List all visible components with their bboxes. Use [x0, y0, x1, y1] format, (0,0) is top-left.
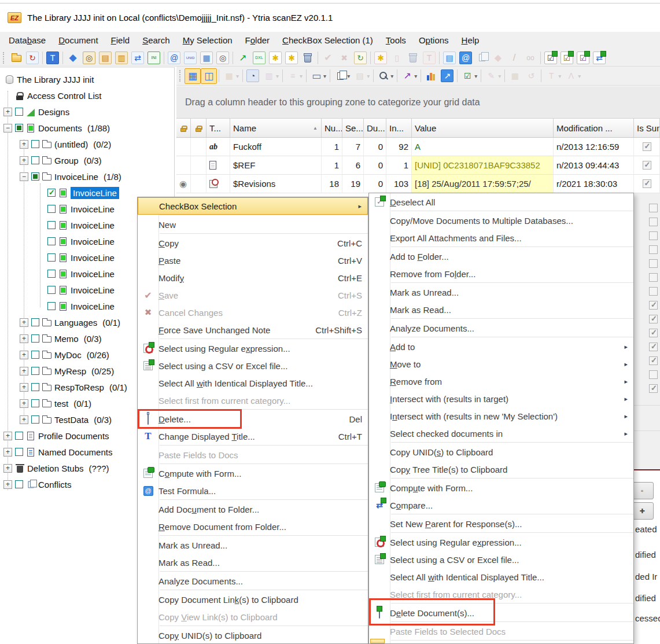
- menu-item-copy-unid-s-to-clipboard[interactable]: Copy UNID(s) to Clipboard: [138, 627, 368, 644]
- menu-item-compute-with-form[interactable]: Compute with Form...: [369, 479, 633, 496]
- menu-item-paste-fields-to-selected-docs[interactable]: Paste Fields to Selected Docs: [369, 623, 633, 640]
- tree-item-designs[interactable]: +Designs: [0, 104, 174, 120]
- clean-broom-button[interactable]: /: [506, 50, 522, 65]
- tree-checkbox-empty[interactable]: [47, 302, 56, 310]
- menu-item-select-all-with-identical-displayed-title[interactable]: Select All with Identical Displayed Titl…: [138, 374, 368, 392]
- column-header-se[interactable]: Se...: [342, 119, 364, 137]
- menu-item-paste-fields-to-docs[interactable]: Paste Fields to Docs: [138, 446, 368, 463]
- menu-item-change-displayed-title[interactable]: TChange Displayed Title...Ctrl+T: [138, 428, 368, 445]
- dropdown-arrow-icon[interactable]: ▾: [474, 73, 477, 79]
- values-window-button[interactable]: ▦: [198, 50, 215, 65]
- expand-icon[interactable]: +: [3, 448, 12, 457]
- dropdown-arrow-icon[interactable]: ▾: [276, 73, 279, 79]
- dropdown-arrow-icon[interactable]: ▾: [498, 73, 501, 79]
- tree-checkbox-empty[interactable]: [47, 253, 56, 262]
- tree-item-invoiceline[interactable]: −InvoiceLine(1/8): [0, 168, 174, 185]
- checkbox-grid-button[interactable]: ☑▾: [459, 68, 479, 84]
- menu-document[interactable]: Document: [52, 32, 104, 49]
- tree-checkbox-filled[interactable]: [31, 172, 39, 181]
- tree-checkbox-empty[interactable]: [31, 351, 39, 359]
- column-header-nu[interactable]: Nu...: [322, 119, 342, 137]
- toolbar-grip[interactable]: [3, 52, 6, 64]
- tree-checkbox-empty[interactable]: [31, 156, 39, 164]
- expand-icon[interactable]: +: [20, 156, 28, 165]
- tree-checkbox-empty[interactable]: [47, 237, 56, 245]
- menu-item-mark-as-read[interactable]: Mark as Read...: [369, 301, 633, 318]
- menu-item-delete[interactable]: Delete...Del: [138, 410, 368, 428]
- menu-help[interactable]: Help: [455, 32, 486, 49]
- film-undo-button[interactable]: ↺: [523, 68, 539, 84]
- expand-icon[interactable]: +: [3, 432, 12, 440]
- checkbox-selection-button[interactable]: ☑: [543, 50, 559, 65]
- diamond-2-button[interactable]: ◆: [490, 50, 506, 65]
- menu-item-select-all-with-identical-displayed-title[interactable]: Select All with Identical Displayed Titl…: [369, 568, 633, 586]
- film-strip-button[interactable]: ▦: [507, 68, 523, 84]
- export-grid-button[interactable]: ↗▾: [399, 68, 419, 84]
- collapse-icon[interactable]: −: [20, 172, 28, 181]
- menu-checkbox-selection-1[interactable]: CheckBox Selection (1): [276, 32, 379, 49]
- export-button[interactable]: ↗: [235, 50, 251, 65]
- refresh-button[interactable]: ↻: [24, 50, 40, 65]
- document-links-button[interactable]: [474, 50, 490, 65]
- menu-item-select-first-from-current-category[interactable]: Select first from current category...: [138, 392, 368, 409]
- menu-item-remove-from-folder[interactable]: Remove from Folder...: [369, 265, 633, 282]
- expand-icon[interactable]: +: [20, 351, 28, 359]
- dropdown-arrow-icon[interactable]: ▾: [414, 73, 417, 79]
- menu-database[interactable]: Database: [2, 32, 52, 49]
- menu-folder[interactable]: Folder: [239, 32, 276, 49]
- menu-item-analyze-documents[interactable]: Analyze Documents...: [369, 319, 633, 337]
- is-summary-checkbox[interactable]: [643, 179, 651, 188]
- chart-bars-button[interactable]: [423, 68, 439, 84]
- side-button-2[interactable]: ✚: [630, 502, 654, 520]
- field-list-checkbox[interactable]: [649, 356, 658, 365]
- menu-item-modify[interactable]: ModifyCtrl+E: [138, 269, 368, 286]
- menu-field[interactable]: Field: [105, 32, 137, 49]
- copy-note-button[interactable]: ▯: [389, 50, 405, 65]
- database-transfer-button[interactable]: ⇄: [130, 50, 146, 65]
- compute-with-form-button[interactable]: ▤: [441, 50, 458, 65]
- toolbar-grip[interactable]: [179, 70, 182, 82]
- field-list-checkbox[interactable]: [649, 245, 658, 254]
- open-database-button[interactable]: [8, 50, 24, 65]
- checkbox-copy-button[interactable]: ☑: [575, 50, 591, 65]
- menu-options[interactable]: Options: [412, 32, 455, 49]
- menu-item-add-to[interactable]: Add to▸: [369, 338, 633, 355]
- tree-root[interactable]: The Library JJJJ init: [0, 71, 174, 87]
- menu-item-paste[interactable]: PasteCtrl+V: [138, 252, 368, 269]
- new-documents-button[interactable]: ✱: [283, 50, 300, 65]
- menu-item-copy-document-link-s-to-clipboard[interactable]: Copy Document Link(s) to Clipboard: [138, 591, 368, 608]
- dropdown-arrow-icon[interactable]: ▾: [236, 73, 239, 79]
- search-unid-button[interactable]: UNID: [182, 50, 198, 65]
- column-header-value[interactable]: Value: [412, 119, 554, 137]
- tree-checkbox-empty[interactable]: [47, 286, 56, 294]
- dropdown-arrow-icon[interactable]: ▾: [300, 73, 303, 79]
- menu-item-copy-unid-s-to-clipboard[interactable]: Copy UNID(s) to Clipboard: [369, 443, 633, 461]
- column-header-du[interactable]: Du...: [364, 119, 386, 137]
- field-list-checkbox[interactable]: [649, 231, 658, 240]
- menu-item-force-save-unchanged-note[interactable]: Force Save Unchanged NoteCtrl+Shift+S: [138, 321, 368, 338]
- manage-rows-button[interactable]: ≡▾: [285, 68, 304, 84]
- chart-window-button[interactable]: ↗: [439, 68, 455, 84]
- menu-item-mark-as-read[interactable]: Mark as Read...: [138, 554, 368, 571]
- menu-item-select-using-a-csv-or-excel-file[interactable]: Select using a CSV or Excel file...: [369, 551, 633, 568]
- menu-item-add-document-to-folder[interactable]: Add Document to Folder...: [138, 501, 368, 518]
- menu-item-save[interactable]: ✔SaveCtrl+S: [138, 286, 368, 304]
- ini-file-button[interactable]: INI: [146, 50, 162, 65]
- expand-icon[interactable]: +: [3, 108, 12, 116]
- grouping-zone[interactable]: Drag a column header to this grouping zo…: [176, 86, 660, 119]
- tree-checkbox-empty[interactable]: [15, 480, 23, 488]
- expand-icon[interactable]: +: [3, 464, 12, 473]
- menu-item-compare[interactable]: ⇄Compare...: [369, 496, 633, 514]
- menu-item-intersect-with-results-in-new-my-selection[interactable]: Intersect with (results in new 'My Selec…: [369, 407, 633, 425]
- menu-item-select-first-from-current-category[interactable]: Select first from current category...: [369, 586, 633, 603]
- column-header-in[interactable]: In...: [386, 119, 412, 137]
- search-formula-button[interactable]: @: [166, 50, 182, 65]
- menu-item-analyze-documents[interactable]: Analyze Documents...: [138, 572, 368, 590]
- manage-columns-button[interactable]: ▥▾: [261, 68, 281, 84]
- column-header-is-sum[interactable]: Is Sum...: [634, 119, 660, 137]
- grid-row-revisions[interactable]: ◉$Revisions18190103[18] 25/Aug/2011 17:5…: [176, 175, 660, 193]
- tree-checkbox-checked[interactable]: [47, 189, 56, 197]
- preview-window-button[interactable]: ◎: [215, 50, 231, 65]
- field-list-checkbox[interactable]: [649, 329, 658, 337]
- grid-row-ref[interactable]: $REF1601[UNID] 0C2318071BAF9C33852n/2013…: [176, 156, 660, 175]
